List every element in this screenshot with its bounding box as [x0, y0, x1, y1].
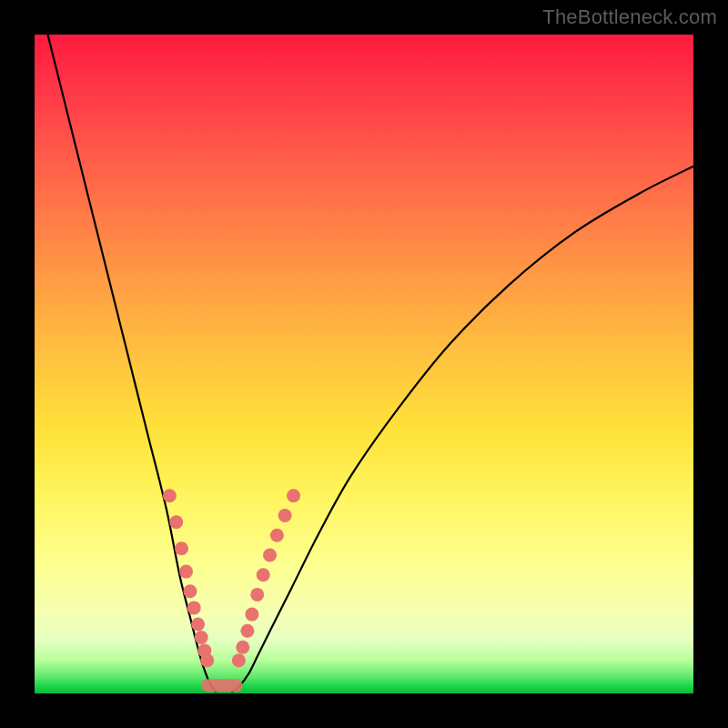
bead-right-6: [263, 549, 277, 562]
bead-left-1: [169, 515, 183, 529]
bead-right-4: [250, 588, 264, 602]
bead-right-3: [245, 608, 258, 622]
watermark-text: TheBottleneck.com: [542, 5, 717, 29]
bead-right-5: [257, 568, 270, 581]
bead-right-7: [270, 529, 284, 542]
bead-left-5: [187, 601, 201, 614]
bead-left-4: [183, 584, 197, 598]
bead-right-1: [236, 641, 249, 654]
chart-frame: TheBottleneck.com: [0, 0, 728, 728]
bead-left-9: [200, 653, 214, 667]
bead-left-6: [191, 618, 205, 632]
bead-right-2: [240, 624, 254, 638]
bead-right-0: [232, 653, 246, 667]
bead-right-9: [287, 489, 300, 502]
plot-area: [35, 35, 693, 693]
bead-left-3: [179, 565, 193, 579]
bead-right-8: [278, 509, 292, 522]
curve-right-curve: [232, 167, 693, 692]
bead-left-2: [175, 541, 188, 555]
curve-layer: [48, 35, 694, 692]
curves-svg: [35, 35, 693, 693]
bead-left-0: [163, 489, 177, 502]
bead-left-7: [195, 631, 208, 644]
